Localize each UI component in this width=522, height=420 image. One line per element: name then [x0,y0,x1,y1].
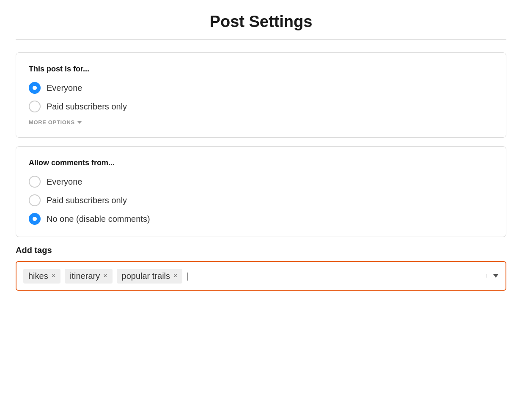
allow-comments-radio-group: Everyone Paid subscribers only No one (d… [29,176,493,225]
comments-everyone-label: Everyone [47,177,82,187]
post-for-paid-radio[interactable] [29,101,41,112]
more-options-chevron-icon [77,121,82,124]
post-is-for-radio-group: Everyone Paid subscribers only [29,82,493,112]
comments-everyone-radio[interactable] [29,176,41,188]
tags-input-container[interactable]: hikes × itinerary × popular trails × [16,261,506,291]
comments-paid-label: Paid subscribers only [47,196,127,205]
tag-chip-popular-trails: popular trails × [117,269,183,284]
post-is-for-title: This post is for... [29,65,493,74]
more-options-button[interactable]: MORE OPTIONS [29,119,493,125]
comments-no-one-radio[interactable] [29,213,41,225]
tags-list: hikes × itinerary × popular trails × [23,269,482,284]
post-for-everyone-label: Everyone [47,83,82,93]
comments-everyone-option[interactable]: Everyone [29,176,493,188]
tags-dropdown-chevron-icon [493,274,498,278]
post-for-paid-option[interactable]: Paid subscribers only [29,101,493,112]
post-for-paid-label: Paid subscribers only [47,102,127,112]
comments-no-one-option[interactable]: No one (disable comments) [29,213,493,225]
tags-dropdown-button[interactable] [486,274,499,278]
tag-itinerary-label: itinerary [70,271,100,281]
tag-itinerary-remove[interactable]: × [103,273,107,279]
page-title: Post Settings [16,13,506,31]
tag-text-cursor[interactable] [187,271,189,281]
add-tags-section: Add tags hikes × itinerary × popular tra… [16,245,506,303]
add-tags-title: Add tags [16,245,506,255]
comments-paid-radio[interactable] [29,194,41,206]
tag-chip-hikes: hikes × [23,269,60,284]
allow-comments-title: Allow comments from... [29,158,493,167]
tag-chip-itinerary: itinerary × [65,269,112,284]
tag-hikes-remove[interactable]: × [52,273,55,279]
tag-hikes-label: hikes [28,271,48,281]
comments-no-one-label: No one (disable comments) [47,214,150,224]
tag-popular-trails-remove[interactable]: × [173,273,177,279]
allow-comments-card: Allow comments from... Everyone Paid sub… [16,146,506,237]
page-header: Post Settings [16,0,506,40]
more-options-label: MORE OPTIONS [29,119,75,125]
post-is-for-card: This post is for... Everyone Paid subscr… [16,52,506,138]
post-for-everyone-option[interactable]: Everyone [29,82,493,94]
post-for-everyone-radio[interactable] [29,82,41,94]
comments-paid-option[interactable]: Paid subscribers only [29,194,493,206]
tag-popular-trails-label: popular trails [122,271,170,281]
